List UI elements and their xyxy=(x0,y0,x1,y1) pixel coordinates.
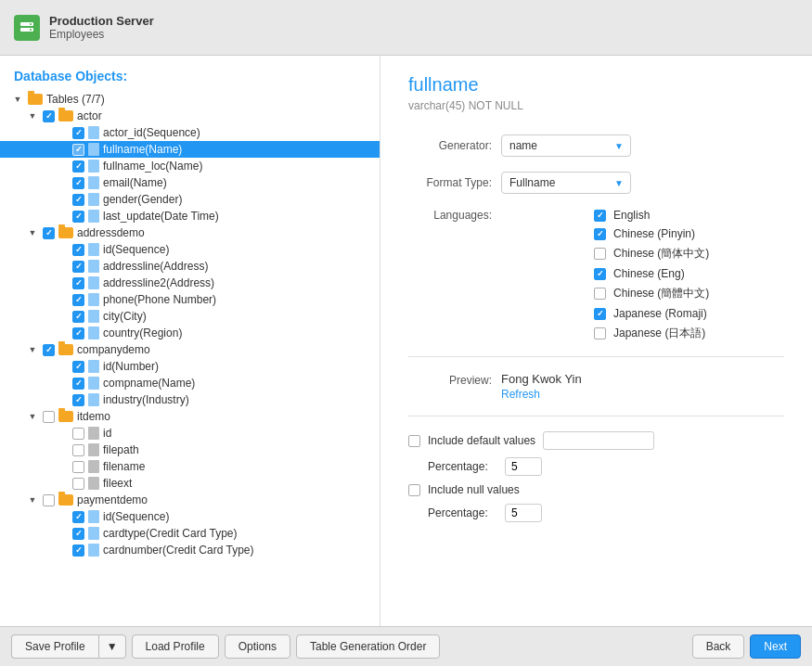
include-default-input[interactable] xyxy=(543,431,654,450)
fileext-label: fileext xyxy=(103,477,132,490)
gender-checkbox[interactable] xyxy=(72,194,84,206)
paymentdemo-label: paymentdemo xyxy=(77,493,148,506)
save-profile-button[interactable]: Save Profile xyxy=(11,634,98,659)
companydemo-group[interactable]: ▼ companydemo xyxy=(0,341,380,358)
default-percentage-input[interactable] xyxy=(505,457,542,476)
options-button[interactable]: Options xyxy=(225,634,290,659)
table-gen-order-button[interactable]: Table Generation Order xyxy=(296,634,440,659)
industry-checkbox[interactable] xyxy=(72,394,84,406)
lang-japanese-romaji-checkbox[interactable] xyxy=(594,308,606,320)
lang-chinese-pinyin: Chinese (Pinyin) xyxy=(594,227,709,240)
lang-chinese-traditional-label: Chinese (簡體中文) xyxy=(613,286,709,301)
itdemo-group[interactable]: ▼ itdemo xyxy=(0,408,380,425)
actor-checkbox[interactable] xyxy=(43,110,55,122)
email-label: email(Name) xyxy=(103,176,167,189)
lang-japanese-checkbox[interactable] xyxy=(594,327,606,339)
email-checkbox[interactable] xyxy=(72,177,84,189)
comp-id-item[interactable]: id(Number) xyxy=(0,358,380,375)
fileext-icon xyxy=(88,477,99,490)
phone-checkbox[interactable] xyxy=(72,294,84,306)
filepath-checkbox[interactable] xyxy=(72,444,84,456)
actor-expand-arrow: ▼ xyxy=(26,109,39,122)
it-id-checkbox[interactable] xyxy=(72,428,84,440)
include-null-label: Include null values xyxy=(428,483,520,496)
compname-checkbox[interactable] xyxy=(72,378,84,390)
lang-japanese-label: Japanese (日本語) xyxy=(613,326,705,341)
actor-id-item[interactable]: actor_id(Sequence) xyxy=(0,124,380,141)
comp-id-checkbox[interactable] xyxy=(72,361,84,373)
phone-item[interactable]: phone(Phone Number) xyxy=(0,291,380,308)
gender-file-icon xyxy=(88,193,99,206)
null-percentage-input[interactable] xyxy=(505,504,542,522)
filepath-item[interactable]: filepath xyxy=(0,442,380,458)
refresh-link[interactable]: Refresh xyxy=(501,388,582,401)
generator-select[interactable]: name xyxy=(501,134,631,157)
addressdemo-checkbox[interactable] xyxy=(43,227,55,239)
country-checkbox[interactable] xyxy=(72,327,84,339)
include-default-checkbox[interactable] xyxy=(408,435,420,447)
city-item[interactable]: city(City) xyxy=(0,308,380,325)
save-profile-arrow-button[interactable]: ▼ xyxy=(98,634,126,659)
actor-group[interactable]: ▼ actor xyxy=(0,108,380,124)
gender-item[interactable]: gender(Gender) xyxy=(0,191,380,208)
paymentdemo-group[interactable]: ▼ paymentdemo xyxy=(0,492,380,508)
pay-id-item[interactable]: id(Sequence) xyxy=(0,508,380,525)
back-button[interactable]: Back xyxy=(692,634,745,659)
lang-chinese-eng-checkbox[interactable] xyxy=(594,268,606,280)
lang-english: English xyxy=(594,209,709,222)
tables-label: Tables (7/7) xyxy=(46,93,105,106)
pay-id-checkbox[interactable] xyxy=(72,511,84,523)
addressline2-checkbox[interactable] xyxy=(72,277,84,289)
actor-id-checkbox[interactable] xyxy=(72,127,84,139)
industry-item[interactable]: industry(Industry) xyxy=(0,391,380,408)
last-update-checkbox[interactable] xyxy=(72,211,84,223)
addr-id-item[interactable]: id(Sequence) xyxy=(0,241,380,258)
fullname-checkbox[interactable] xyxy=(72,144,84,156)
cardnumber-item[interactable]: cardnumber(Credit Card Type) xyxy=(0,542,380,558)
fullname-loc-item[interactable]: fullname_loc(Name) xyxy=(0,158,380,174)
actor-id-label: actor_id(Sequence) xyxy=(103,126,200,139)
lang-chinese-simplified-label: Chinese (簡体中文) xyxy=(613,246,709,262)
fileext-checkbox[interactable] xyxy=(72,478,84,490)
it-id-item[interactable]: id xyxy=(0,425,380,442)
companydemo-checkbox[interactable] xyxy=(43,344,55,356)
cardtype-item[interactable]: cardtype(Credit Card Type) xyxy=(0,525,380,542)
fullname-item[interactable]: fullname(Name) xyxy=(0,141,380,158)
addressdemo-group[interactable]: ▼ addressdemo xyxy=(0,224,380,241)
comp-id-label: id(Number) xyxy=(103,360,159,373)
lang-chinese-traditional-checkbox[interactable] xyxy=(594,288,606,300)
lang-chinese-pinyin-checkbox[interactable] xyxy=(594,228,606,240)
cardtype-checkbox[interactable] xyxy=(72,528,84,540)
include-null-checkbox[interactable] xyxy=(408,484,420,496)
addressline2-item[interactable]: addressline2(Address) xyxy=(0,275,380,291)
industry-icon xyxy=(88,393,99,406)
fullname-loc-checkbox[interactable] xyxy=(72,160,84,173)
compname-item[interactable]: compname(Name) xyxy=(0,375,380,391)
city-checkbox[interactable] xyxy=(72,311,84,323)
last-update-item[interactable]: last_update(Date Time) xyxy=(0,208,380,224)
preview-content: Fong Kwok Yin Refresh xyxy=(501,372,582,401)
addr-id-checkbox[interactable] xyxy=(72,244,84,256)
lang-english-checkbox[interactable] xyxy=(594,210,606,222)
next-button[interactable]: Next xyxy=(750,634,801,659)
email-item[interactable]: email(Name) xyxy=(0,174,380,191)
compname-icon xyxy=(88,377,99,390)
addressline-checkbox[interactable] xyxy=(72,261,84,273)
addressline-item[interactable]: addressline(Address) xyxy=(0,258,380,275)
paymentdemo-checkbox[interactable] xyxy=(43,494,55,506)
cardnumber-checkbox[interactable] xyxy=(72,544,84,557)
itdemo-checkbox[interactable] xyxy=(43,411,55,423)
field-type: varchar(45) NOT NULL xyxy=(408,99,784,112)
format-type-select[interactable]: Fullname xyxy=(501,172,631,194)
format-type-select-wrapper: Fullname ▼ xyxy=(501,172,631,194)
tables-group[interactable]: ▼ Tables (7/7) xyxy=(0,91,380,108)
lang-chinese-simplified-checkbox[interactable] xyxy=(594,248,606,260)
save-profile-split-button: Save Profile ▼ xyxy=(11,634,126,659)
fileext-item[interactable]: fileext xyxy=(0,475,380,492)
filename-checkbox[interactable] xyxy=(72,461,84,473)
country-item[interactable]: country(Region) xyxy=(0,325,380,341)
filename-item[interactable]: filename xyxy=(0,458,380,475)
languages-grid: English Chinese (Pinyin) Chinese (簡体中文) … xyxy=(501,209,709,341)
lang-japanese: Japanese (日本語) xyxy=(594,326,709,341)
load-profile-button[interactable]: Load Profile xyxy=(132,634,219,659)
